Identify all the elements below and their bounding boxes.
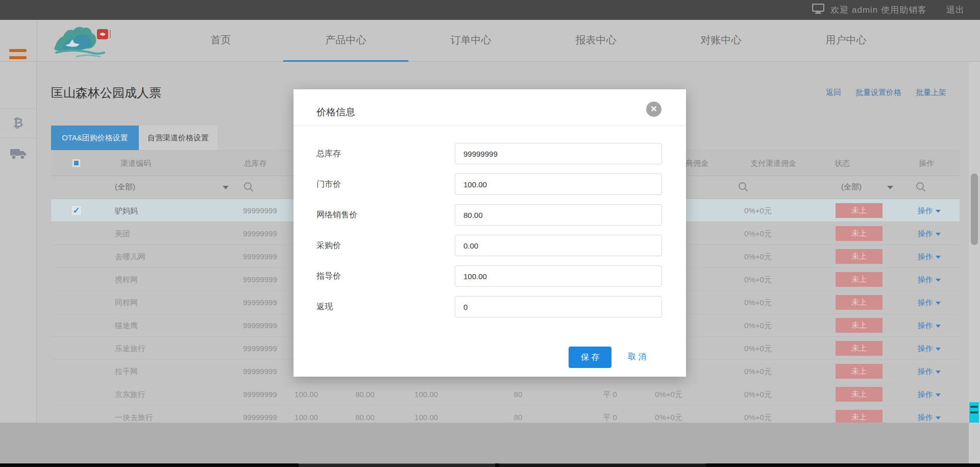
status-badge: 未上 bbox=[836, 387, 883, 402]
row-action-dropdown[interactable]: 操作 bbox=[903, 199, 954, 222]
field-input[interactable] bbox=[455, 235, 662, 256]
search-icon[interactable] bbox=[738, 181, 749, 194]
merchant-commission-value: 0%+0元 bbox=[643, 406, 694, 423]
online-price: 80.00 bbox=[339, 406, 390, 423]
bottom-taskbar-strip bbox=[0, 463, 980, 467]
scrollbar-cyan-indicator[interactable] bbox=[969, 402, 979, 423]
chevron-down-icon bbox=[936, 233, 941, 236]
field-input[interactable] bbox=[455, 174, 662, 195]
batch-set-price-link[interactable]: 批量设置价格 bbox=[855, 88, 901, 97]
welcome-text: 欢迎 admin 使用助销客 bbox=[830, 4, 927, 16]
channel-name: 携程网 bbox=[115, 268, 138, 291]
chevron-down-icon[interactable] bbox=[887, 186, 893, 189]
nav-item-报表中心[interactable]: 报表中心 bbox=[533, 20, 658, 62]
vertical-scrollbar[interactable] bbox=[969, 62, 980, 463]
stock-value: 99999999 bbox=[243, 314, 277, 337]
logout-link[interactable]: 退出 bbox=[946, 4, 965, 16]
taskbar-segment[interactable] bbox=[499, 463, 706, 467]
nav-item-产品中心[interactable]: 产品中心 bbox=[283, 20, 408, 62]
truck-icon[interactable] bbox=[0, 148, 36, 163]
scrollbar-thumb[interactable] bbox=[971, 174, 978, 245]
merchant-commission-value: 0%+0元 bbox=[643, 383, 694, 406]
pay-commission-value: 0%+0元 bbox=[732, 222, 783, 245]
nav-item-对账中心[interactable]: 对账中心 bbox=[658, 20, 783, 62]
save-button[interactable]: 保 存 bbox=[569, 347, 611, 368]
field-label: 采购价 bbox=[316, 240, 341, 251]
batch-publish-link[interactable]: 批量上架 bbox=[916, 88, 946, 97]
nav-item-用户中心[interactable]: 用户中心 bbox=[783, 20, 909, 62]
chevron-down-icon bbox=[936, 210, 941, 213]
channel-name: 一块去旅行 bbox=[115, 406, 153, 423]
topbar: 欢迎 admin 使用助销客 退出 bbox=[0, 0, 980, 20]
close-icon[interactable]: ✕ bbox=[646, 102, 662, 117]
channel-filter-dropdown[interactable]: (全部) bbox=[115, 182, 135, 192]
search-icon[interactable] bbox=[915, 181, 926, 194]
col-pay-channel-commission: 支付渠道佣金 bbox=[750, 159, 796, 168]
row-action-dropdown[interactable]: 操作 bbox=[903, 383, 954, 406]
search-icon[interactable] bbox=[243, 181, 254, 194]
footer-band bbox=[0, 423, 980, 463]
chevron-down-icon bbox=[936, 416, 941, 420]
retail-price: 100.00 bbox=[281, 406, 332, 423]
pay-commission-value: 0%+0元 bbox=[732, 406, 783, 423]
row-action-dropdown[interactable]: 操作 bbox=[903, 268, 954, 291]
tab-ota-group-price[interactable]: OTA&团购价格设置 bbox=[51, 126, 139, 150]
field-input[interactable] bbox=[455, 143, 662, 164]
modal-field: 指导价 bbox=[293, 265, 686, 287]
field-input[interactable] bbox=[455, 204, 662, 226]
back-link[interactable]: 返回 bbox=[826, 88, 841, 97]
qty-value: 80 bbox=[493, 383, 544, 406]
status-badge: 未上 bbox=[836, 318, 883, 333]
nav-item-首页[interactable]: 首页 bbox=[158, 20, 283, 62]
status-badge: 未上 bbox=[836, 364, 883, 379]
select-all-checkbox[interactable] bbox=[72, 159, 81, 167]
pay-commission-value: 0%+0元 bbox=[732, 199, 783, 222]
stock-value: 99999999 bbox=[243, 291, 277, 314]
row-action-dropdown[interactable]: 操作 bbox=[903, 314, 954, 337]
field-label: 指导价 bbox=[316, 271, 341, 282]
status-badge: 未上 bbox=[836, 272, 883, 287]
pay-commission-value: 0%+0元 bbox=[732, 291, 783, 314]
modal-divider bbox=[293, 126, 686, 126]
status-badge: 未上 bbox=[836, 226, 883, 241]
channel-name: 乐途旅行 bbox=[115, 337, 145, 360]
status-badge: 未上 bbox=[836, 295, 883, 310]
stock-value: 99999999 bbox=[243, 199, 277, 222]
cancel-button[interactable]: 取 消 bbox=[628, 352, 646, 362]
row-action-dropdown[interactable]: 操作 bbox=[903, 337, 954, 360]
chevron-down-icon bbox=[936, 325, 941, 328]
settle-value: 平 0 bbox=[584, 383, 635, 406]
pay-commission-value: 0%+0元 bbox=[732, 314, 783, 337]
price-info-modal: 价格信息 ✕ 总库存 门市价 网络销售价 采购价 指导价 返现 保 存 取 消 bbox=[293, 89, 686, 377]
stock-value: 99999999 bbox=[243, 383, 277, 406]
nav-item-订单中心[interactable]: 订单中心 bbox=[408, 20, 533, 62]
taskbar-segment[interactable] bbox=[299, 463, 495, 467]
table-row[interactable]: ✓ 京东旅行 99999999 100.00 80.00 100.00 80 平… bbox=[51, 383, 960, 406]
stock-value: 99999999 bbox=[243, 222, 277, 245]
modal-field: 总库存 bbox=[293, 143, 686, 164]
table-row[interactable]: ✓ 一块去旅行 99999999 100.00 80.00 100.00 80 … bbox=[51, 406, 960, 423]
row-action-dropdown[interactable]: 操作 bbox=[903, 291, 954, 314]
status-filter-dropdown[interactable]: (全部) bbox=[841, 182, 862, 192]
guide-price: 100.00 bbox=[401, 383, 452, 406]
row-action-dropdown[interactable]: 操作 bbox=[903, 222, 954, 245]
bitcoin-icon[interactable]: ₿ bbox=[0, 116, 36, 130]
status-badge: 未上 bbox=[836, 249, 883, 264]
tab-self-channel-price[interactable]: 自营渠道价格设置 bbox=[139, 126, 217, 150]
chevron-down-icon[interactable] bbox=[223, 186, 229, 189]
row-action-dropdown[interactable]: 操作 bbox=[903, 245, 954, 268]
row-action-dropdown[interactable]: 操作 bbox=[903, 406, 954, 423]
chevron-down-icon bbox=[936, 348, 941, 351]
row-checkbox[interactable]: ✓ bbox=[71, 205, 82, 216]
row-action-dropdown[interactable]: 操作 bbox=[903, 360, 954, 383]
modal-field: 门市价 bbox=[293, 174, 686, 195]
status-badge: 未上 bbox=[836, 410, 883, 423]
guide-price: 100.00 bbox=[401, 406, 452, 423]
field-input[interactable] bbox=[455, 265, 662, 287]
channel-name: 猫途鹰 bbox=[115, 314, 138, 337]
chevron-down-icon bbox=[936, 256, 941, 259]
stock-value: 99999999 bbox=[243, 406, 277, 423]
col-action: 操作 bbox=[919, 159, 934, 168]
nav-divider bbox=[37, 20, 37, 62]
field-input[interactable] bbox=[455, 296, 662, 317]
